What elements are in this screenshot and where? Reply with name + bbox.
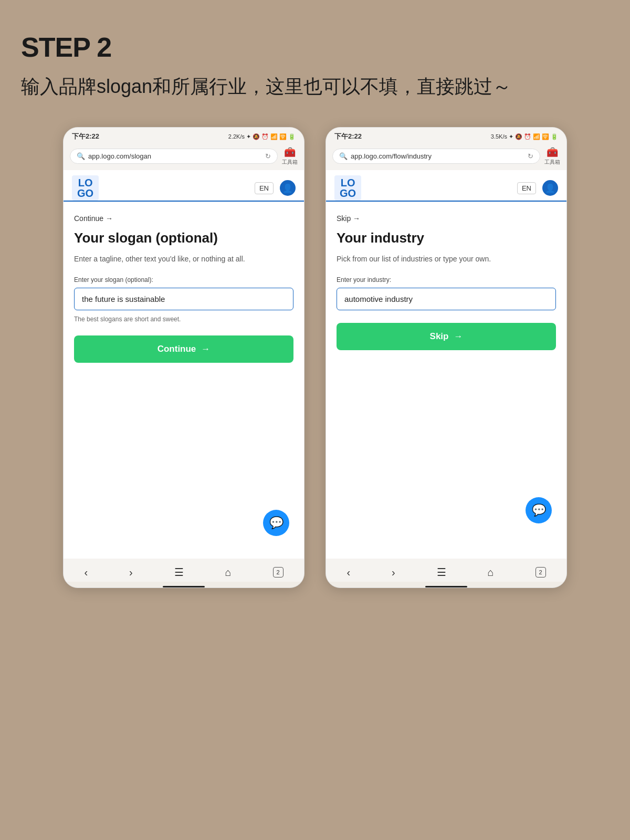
signal-icon-right: 📶 — [533, 133, 540, 140]
refresh-icon-left: ↻ — [265, 152, 271, 160]
phone-content-left: Continue → Your slogan (optional) Enter … — [64, 202, 304, 559]
browser-bar-right: 🔍 app.logo.com/flow/industry ↻ 🧰 工具箱 — [326, 143, 566, 170]
field-label-right: Enter your industry: — [337, 276, 556, 284]
lang-button-left[interactable]: EN — [255, 182, 274, 194]
menu-button-right[interactable]: ☰ — [437, 566, 446, 579]
logo-line2-left: GO — [77, 188, 93, 198]
status-icons-right: 3.5K/s ✦ 🔕 ⏰ 📶 🛜 🔋 — [491, 133, 558, 140]
time-left: 下午2:22 — [72, 132, 99, 141]
continue-button[interactable]: Continue → — [74, 335, 293, 363]
time-right: 下午2:22 — [334, 132, 362, 141]
toolbox-icon-right: 🧰 — [547, 146, 558, 158]
search-icon-right: 🔍 — [339, 152, 348, 160]
nav-bar-right: LO GO EN 👤 — [326, 170, 566, 202]
url-text-left: app.logo.com/slogan — [88, 152, 262, 160]
page-desc-right: Pick from our list of industries or type… — [337, 254, 556, 265]
status-icons-left: 2.2K/s ✦ 🔕 ⏰ 📶 🛜 🔋 — [228, 133, 296, 140]
phone-right: 下午2:22 3.5K/s ✦ 🔕 ⏰ 📶 🛜 🔋 🔍 app.logo.com… — [326, 127, 567, 588]
menu-button-left[interactable]: ☰ — [174, 566, 184, 579]
alarm-icon-right: ⏰ — [524, 133, 531, 140]
step-title: STEP 2 — [21, 32, 609, 63]
url-text-right: app.logo.com/flow/industry — [351, 152, 524, 160]
wifi-icon-left: 🛜 — [279, 133, 287, 140]
bt-icon-right: ✦ — [509, 133, 513, 140]
hint-text-left: The best slogans are short and sweet. — [74, 316, 293, 323]
bottom-nav-right: ‹ › ☰ ⌂ 2 — [326, 559, 566, 582]
skip-button[interactable]: Skip → — [337, 323, 556, 350]
continue-link-left[interactable]: Continue → — [74, 214, 293, 223]
nav-indicator-right — [425, 586, 467, 587]
toolbox-label-left: 工具箱 — [282, 159, 298, 166]
home-button-right[interactable]: ⌂ — [488, 566, 494, 579]
badge-button-right[interactable]: 2 — [536, 567, 546, 578]
continue-button-arrow: → — [201, 344, 210, 354]
back-button-left[interactable]: ‹ — [84, 566, 88, 579]
tab-badge-left: 2 — [273, 567, 284, 578]
skip-link-right[interactable]: Skip → — [337, 214, 556, 223]
page-desc-left: Enter a tagline, other text you'd like, … — [74, 254, 293, 265]
search-icon-left: 🔍 — [77, 152, 85, 160]
notif-icon-right: 🔕 — [515, 133, 522, 140]
toolbox-icon-left: 🧰 — [284, 146, 296, 158]
browser-bar-left: 🔍 app.logo.com/slogan ↻ 🧰 工具箱 — [64, 143, 304, 170]
toolbox-label-right: 工具箱 — [544, 159, 560, 166]
forward-button-left[interactable]: › — [129, 566, 133, 579]
badge-button-left[interactable]: 2 — [273, 567, 284, 578]
skip-button-label: Skip — [430, 331, 449, 342]
step-desc: 输入品牌slogan和所属行业，这里也可以不填，直接跳过～ — [21, 72, 609, 101]
bottom-nav-left: ‹ › ☰ ⌂ 2 — [64, 559, 304, 582]
network-speed-left: 2.2K/s — [228, 133, 245, 140]
nav-right-right: EN 👤 — [517, 180, 558, 196]
chat-fab-right[interactable]: 💬 — [526, 497, 552, 523]
toolbox-right[interactable]: 🧰 工具箱 — [544, 146, 560, 166]
wifi-icon-right: 🛜 — [542, 133, 549, 140]
signal-icon-left: 📶 — [270, 133, 278, 140]
alarm-icon-left: ⏰ — [261, 133, 269, 140]
skip-button-arrow: → — [454, 331, 463, 342]
battery-icon-right: 🔋 — [551, 133, 558, 140]
phone-content-right: Skip → Your industry Pick from our list … — [326, 202, 566, 559]
continue-button-label: Continue — [158, 344, 196, 354]
logo-line2-right: GO — [340, 188, 356, 198]
lang-button-right[interactable]: EN — [517, 182, 536, 194]
forward-button-right[interactable]: › — [392, 566, 395, 579]
logo-left: LO GO — [72, 175, 99, 201]
notif-icon-left: 🔕 — [253, 133, 260, 140]
logo-line1-left: LO — [78, 177, 93, 188]
nav-indicator-left — [163, 586, 205, 587]
toolbox-left[interactable]: 🧰 工具箱 — [282, 146, 298, 166]
avatar-right[interactable]: 👤 — [542, 180, 558, 196]
phones-container: 下午2:22 2.2K/s ✦ 🔕 ⏰ 📶 🛜 🔋 🔍 app.logo.com… — [21, 127, 609, 588]
field-label-left: Enter your slogan (optional): — [74, 276, 293, 284]
industry-input[interactable] — [337, 288, 556, 310]
phone-left: 下午2:22 2.2K/s ✦ 🔕 ⏰ 📶 🛜 🔋 🔍 app.logo.com… — [63, 127, 304, 588]
refresh-icon-right: ↻ — [528, 152, 533, 160]
status-bar-right: 下午2:22 3.5K/s ✦ 🔕 ⏰ 📶 🛜 🔋 — [326, 128, 566, 143]
network-speed-right: 3.5K/s — [491, 133, 507, 140]
bt-icon-left: ✦ — [246, 133, 251, 140]
slogan-input[interactable] — [74, 288, 293, 310]
home-button-left[interactable]: ⌂ — [225, 566, 232, 579]
page-title-right: Your industry — [337, 230, 556, 246]
nav-bar-left: LO GO EN 👤 — [64, 170, 304, 202]
status-bar-left: 下午2:22 2.2K/s ✦ 🔕 ⏰ 📶 🛜 🔋 — [64, 128, 304, 143]
logo-right: LO GO — [334, 175, 361, 201]
battery-icon-left: 🔋 — [288, 133, 296, 140]
nav-right-left: EN 👤 — [255, 180, 296, 196]
logo-line1-right: LO — [341, 177, 355, 188]
url-bar-left[interactable]: 🔍 app.logo.com/slogan ↻ — [70, 149, 278, 164]
back-button-right[interactable]: ‹ — [346, 566, 350, 579]
url-bar-right[interactable]: 🔍 app.logo.com/flow/industry ↻ — [332, 149, 540, 164]
chat-fab-left[interactable]: 💬 — [263, 510, 289, 536]
tab-badge-right: 2 — [536, 567, 546, 578]
avatar-left[interactable]: 👤 — [280, 180, 296, 196]
page-title-left: Your slogan (optional) — [74, 230, 293, 246]
